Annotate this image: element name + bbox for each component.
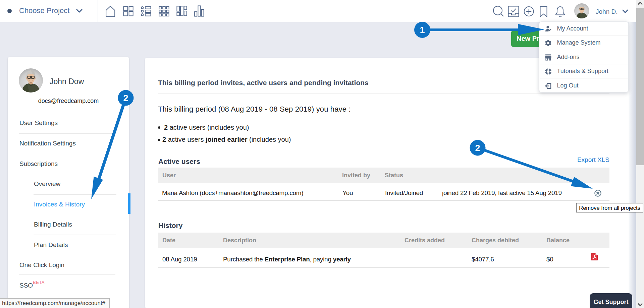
svg-text:1: 1: [420, 25, 425, 35]
